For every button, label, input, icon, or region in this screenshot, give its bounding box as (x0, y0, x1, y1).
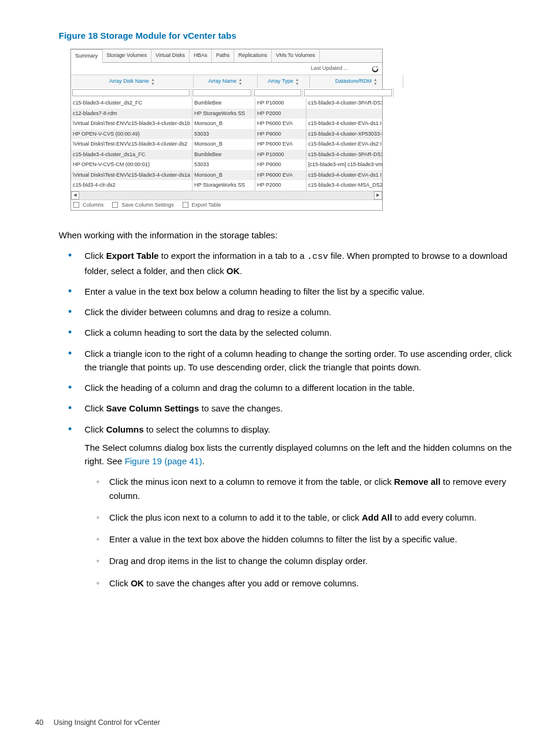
filter-input-array-name[interactable] (193, 89, 251, 96)
outer-bullet-list: Click Export Table to export the informa… (59, 249, 525, 590)
intro-para: When working with the information in the… (59, 228, 525, 242)
cell: HP StorageWorks SS (193, 109, 255, 119)
tab-storage-volumes[interactable]: Storage Volumes (103, 49, 152, 63)
filter-input-array-disk-name[interactable] (72, 89, 190, 96)
cell: BumbleBee (193, 150, 255, 160)
cell: Monsoon_B (193, 170, 255, 181)
column-header-label: Datastore/RDM (335, 77, 372, 86)
cell (306, 109, 382, 119)
filter-row (71, 88, 382, 99)
cell: HP P6000 EVA (255, 119, 306, 129)
cell: BumbleBee (193, 98, 255, 109)
sort-icon[interactable]: ▲▼ (295, 77, 299, 86)
tab-paths[interactable]: Paths (212, 49, 234, 63)
export-table-link[interactable]: Export Table (183, 202, 225, 208)
cell: c15-blade3-4-cluster_ds2_FC (71, 98, 193, 109)
body-text: When working with the information in the… (59, 228, 525, 590)
list-item: Click a column heading to sort the data … (76, 326, 525, 339)
table-row[interactable]: \Virtual Disks\Test-ENV\c15-blade3-4-clu… (71, 119, 382, 129)
list-item: Enter a value in the text box above the … (106, 532, 525, 546)
filter-input-array-type[interactable] (254, 89, 301, 96)
section-title: Using Insight Control for vCenter (53, 718, 160, 727)
cell: \Virtual Disks\Test-ENV\c15-blade3-4-clu… (71, 139, 193, 150)
column-header-label: Array Type (268, 77, 293, 86)
column-header-array-type[interactable]: Array Type ▲▼ (258, 75, 310, 88)
cell: c15-bld3-4-clr-ds2 (71, 180, 193, 191)
cell: [c15-blade3-vm] c15-blade3-vm1 (306, 160, 382, 170)
table-row[interactable]: HP OPEN-V-CVS-CM (00:00:01) 53033 HP P90… (71, 160, 382, 170)
last-updated-label: Last Updated ... (311, 65, 348, 73)
list-item: Enter a value in the text box below a co… (76, 285, 525, 298)
table-row[interactable]: \Virtual Disks\Test-ENV\c15-blade3-4-clu… (71, 139, 382, 150)
column-header-datastore-rdm[interactable]: Datastore/RDM ▲▼ (310, 75, 403, 88)
horizontal-scrollbar[interactable]: ◄ ► (71, 191, 382, 200)
cell: HP P6000 EVA (255, 139, 306, 150)
cell: c12-blades7-8-rdm (71, 109, 193, 119)
cell: HP OPEN-V-CVS-CM (00:00:01) (71, 160, 193, 170)
list-item: Click Columns to select the columns to d… (76, 423, 525, 590)
sort-icon[interactable]: ▲▼ (151, 77, 155, 86)
list-item: Click the divider between columns and dr… (76, 305, 525, 319)
tab-bar: Summary Storage Volumes Virtual Disks HB… (71, 49, 382, 63)
cell: HP P10000 (255, 98, 306, 109)
app-screenshot: Summary Storage Volumes Virtual Disks HB… (70, 49, 383, 211)
tab-replications[interactable]: Replications (234, 49, 272, 63)
cell: HP StorageWorks SS (193, 180, 255, 191)
table-row[interactable]: HP OPEN-V-CVS (00:00:49) 53033 HP P9000 … (71, 129, 382, 140)
toolbar: Last Updated ... (71, 63, 382, 75)
table-footer-links: Columns Save Column Settings Export Tabl… (71, 200, 382, 211)
cell: HP P2000 (255, 180, 306, 191)
list-item: Click a triangle icon to the right of a … (76, 347, 525, 374)
table-row[interactable]: c15-blade3-4-cluster_ds2_FC BumbleBee HP… (71, 98, 382, 109)
refresh-icon[interactable] (372, 65, 379, 72)
tab-vms-to-volumes[interactable]: VMs To Volumes (272, 49, 320, 63)
cell: HP P6000 EVA (255, 170, 306, 181)
table-row[interactable]: c12-blades7-8-rdm HP StorageWorks SS HP … (71, 109, 382, 119)
page-number: 40 (35, 718, 43, 727)
cell: c15-blade3-4-cluster-EVA-ds2 I (306, 139, 382, 150)
list-item: Drag and drop items in the list to chang… (106, 554, 525, 568)
cell: \Virtual Disks\Test-ENV\c15-blade3-4-clu… (71, 170, 193, 181)
table-row[interactable]: c15-blade3-4-cluster_ds1a_FC BumbleBee H… (71, 150, 382, 160)
cell: c15-blade3-4-cluster-EVA-ds1 I (306, 170, 382, 181)
inner-bullet-list: Click the minus icon next to a column to… (85, 475, 525, 590)
column-header-array-disk-name[interactable]: Array Disk Name ▲▼ (71, 75, 194, 88)
cell: c15-blade3-4-cluster-EVA-ds1 I (306, 119, 382, 129)
sort-icon[interactable]: ▲▼ (373, 77, 377, 86)
cell: c15-blade3-4-cluster-3PAR-DS1 (306, 150, 382, 160)
columns-link[interactable]: Columns (73, 202, 107, 208)
sort-icon[interactable]: ▲▼ (238, 77, 242, 86)
tab-virtual-disks[interactable]: Virtual Disks (151, 49, 190, 63)
column-header-label: Array Disk Name (109, 77, 149, 86)
page-footer: 40 Using Insight Control for vCenter (35, 717, 160, 728)
table-row[interactable]: \Virtual Disks\Test-ENV\c15-blade3-4-clu… (71, 170, 382, 181)
cell: c15-blade3-4-cluster-XP53033-I (306, 129, 382, 140)
cell: c15-blade3-4-cluster-3PAR-DS1 (306, 98, 382, 109)
column-header-label: Array Name (208, 77, 237, 86)
popup-icon (112, 202, 118, 208)
cell: HP OPEN-V-CVS (00:00:49) (71, 129, 193, 140)
popup-icon (183, 202, 188, 208)
scroll-left-icon[interactable]: ◄ (71, 191, 79, 200)
table-row[interactable]: c15-bld3-4-clr-ds2 HP StorageWorks SS HP… (71, 180, 382, 191)
scroll-track[interactable] (79, 191, 374, 200)
cell: HP P9000 (255, 160, 306, 170)
cell: c15-blade3-4-cluster-MSA_DS2 (306, 180, 382, 191)
tab-summary[interactable]: Summary (71, 49, 103, 63)
cell: 53033 (193, 129, 255, 140)
cell: c15-blade3-4-cluster_ds1a_FC (71, 150, 193, 160)
cell: HP P10000 (255, 150, 306, 160)
popup-icon (73, 202, 79, 208)
column-header-array-name[interactable]: Array Name ▲▼ (194, 75, 258, 88)
list-item: Click the minus icon next to a column to… (106, 475, 525, 502)
cell: HP P2000 (255, 109, 306, 119)
cell: Monsoon_B (193, 139, 255, 150)
tab-hbas[interactable]: HBAs (190, 49, 212, 63)
figure-19-link[interactable]: Figure 19 (page 41) (124, 456, 202, 466)
cell: \Virtual Disks\Test-ENV\c15-blade3-4-clu… (71, 119, 193, 129)
list-item: Click the plus icon next to a column to … (106, 511, 525, 524)
filter-input-datastore-rdm[interactable] (304, 89, 392, 96)
cell: HP P9000 (255, 129, 306, 140)
save-column-settings-link[interactable]: Save Column Settings (112, 202, 177, 208)
scroll-right-icon[interactable]: ► (374, 191, 382, 200)
